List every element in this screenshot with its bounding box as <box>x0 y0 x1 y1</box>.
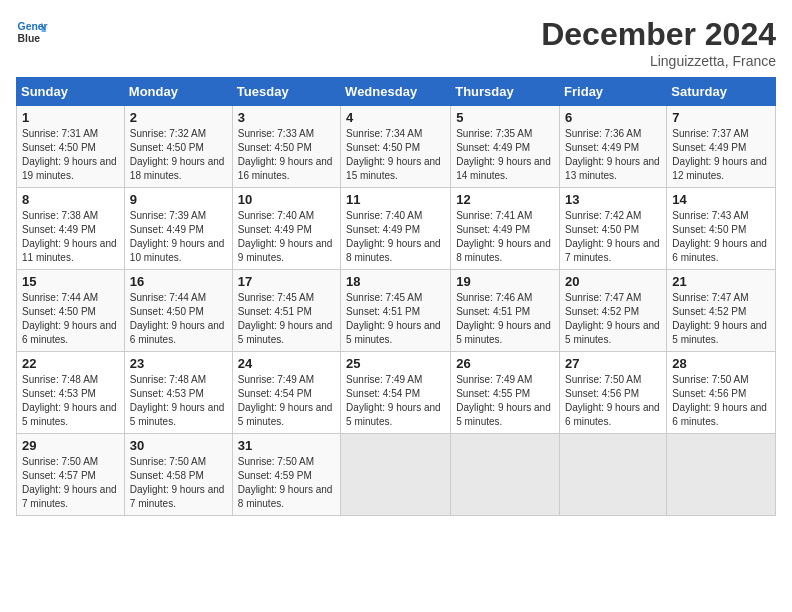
calendar-cell: 20 Sunrise: 7:47 AM Sunset: 4:52 PM Dayl… <box>560 270 667 352</box>
day-info: Sunrise: 7:32 AM Sunset: 4:50 PM Dayligh… <box>130 127 227 183</box>
calendar-cell: 18 Sunrise: 7:45 AM Sunset: 4:51 PM Dayl… <box>341 270 451 352</box>
day-info: Sunrise: 7:44 AM Sunset: 4:50 PM Dayligh… <box>130 291 227 347</box>
day-number: 8 <box>22 192 119 207</box>
calendar-week-3: 15 Sunrise: 7:44 AM Sunset: 4:50 PM Dayl… <box>17 270 776 352</box>
day-number: 22 <box>22 356 119 371</box>
day-number: 10 <box>238 192 335 207</box>
calendar-cell: 8 Sunrise: 7:38 AM Sunset: 4:49 PM Dayli… <box>17 188 125 270</box>
calendar-cell: 21 Sunrise: 7:47 AM Sunset: 4:52 PM Dayl… <box>667 270 776 352</box>
day-info: Sunrise: 7:31 AM Sunset: 4:50 PM Dayligh… <box>22 127 119 183</box>
calendar-cell: 4 Sunrise: 7:34 AM Sunset: 4:50 PM Dayli… <box>341 106 451 188</box>
col-friday: Friday <box>560 78 667 106</box>
month-title: December 2024 <box>541 16 776 53</box>
calendar-cell: 19 Sunrise: 7:46 AM Sunset: 4:51 PM Dayl… <box>451 270 560 352</box>
day-number: 17 <box>238 274 335 289</box>
calendar-week-2: 8 Sunrise: 7:38 AM Sunset: 4:49 PM Dayli… <box>17 188 776 270</box>
page-header: General Blue December 2024 Linguizzetta,… <box>16 16 776 69</box>
col-sunday: Sunday <box>17 78 125 106</box>
logo: General Blue <box>16 16 48 48</box>
day-info: Sunrise: 7:45 AM Sunset: 4:51 PM Dayligh… <box>238 291 335 347</box>
calendar-header-row: Sunday Monday Tuesday Wednesday Thursday… <box>17 78 776 106</box>
day-number: 14 <box>672 192 770 207</box>
calendar-body: 1 Sunrise: 7:31 AM Sunset: 4:50 PM Dayli… <box>17 106 776 516</box>
day-info: Sunrise: 7:40 AM Sunset: 4:49 PM Dayligh… <box>238 209 335 265</box>
calendar-week-5: 29 Sunrise: 7:50 AM Sunset: 4:57 PM Dayl… <box>17 434 776 516</box>
calendar-cell <box>451 434 560 516</box>
day-info: Sunrise: 7:50 AM Sunset: 4:57 PM Dayligh… <box>22 455 119 511</box>
day-info: Sunrise: 7:47 AM Sunset: 4:52 PM Dayligh… <box>672 291 770 347</box>
day-number: 15 <box>22 274 119 289</box>
calendar-cell: 7 Sunrise: 7:37 AM Sunset: 4:49 PM Dayli… <box>667 106 776 188</box>
day-info: Sunrise: 7:44 AM Sunset: 4:50 PM Dayligh… <box>22 291 119 347</box>
day-info: Sunrise: 7:35 AM Sunset: 4:49 PM Dayligh… <box>456 127 554 183</box>
day-info: Sunrise: 7:38 AM Sunset: 4:49 PM Dayligh… <box>22 209 119 265</box>
calendar-cell: 12 Sunrise: 7:41 AM Sunset: 4:49 PM Dayl… <box>451 188 560 270</box>
calendar-cell: 11 Sunrise: 7:40 AM Sunset: 4:49 PM Dayl… <box>341 188 451 270</box>
day-number: 24 <box>238 356 335 371</box>
day-info: Sunrise: 7:37 AM Sunset: 4:49 PM Dayligh… <box>672 127 770 183</box>
calendar-cell: 23 Sunrise: 7:48 AM Sunset: 4:53 PM Dayl… <box>124 352 232 434</box>
location: Linguizzetta, France <box>541 53 776 69</box>
day-number: 20 <box>565 274 661 289</box>
day-info: Sunrise: 7:34 AM Sunset: 4:50 PM Dayligh… <box>346 127 445 183</box>
day-number: 13 <box>565 192 661 207</box>
day-number: 3 <box>238 110 335 125</box>
day-number: 2 <box>130 110 227 125</box>
day-info: Sunrise: 7:49 AM Sunset: 4:54 PM Dayligh… <box>238 373 335 429</box>
day-number: 25 <box>346 356 445 371</box>
col-thursday: Thursday <box>451 78 560 106</box>
calendar-cell: 31 Sunrise: 7:50 AM Sunset: 4:59 PM Dayl… <box>232 434 340 516</box>
day-info: Sunrise: 7:41 AM Sunset: 4:49 PM Dayligh… <box>456 209 554 265</box>
day-info: Sunrise: 7:50 AM Sunset: 4:58 PM Dayligh… <box>130 455 227 511</box>
day-number: 23 <box>130 356 227 371</box>
day-number: 30 <box>130 438 227 453</box>
day-info: Sunrise: 7:40 AM Sunset: 4:49 PM Dayligh… <box>346 209 445 265</box>
day-info: Sunrise: 7:48 AM Sunset: 4:53 PM Dayligh… <box>22 373 119 429</box>
day-number: 26 <box>456 356 554 371</box>
col-saturday: Saturday <box>667 78 776 106</box>
day-info: Sunrise: 7:47 AM Sunset: 4:52 PM Dayligh… <box>565 291 661 347</box>
day-number: 5 <box>456 110 554 125</box>
calendar-cell: 26 Sunrise: 7:49 AM Sunset: 4:55 PM Dayl… <box>451 352 560 434</box>
calendar-week-1: 1 Sunrise: 7:31 AM Sunset: 4:50 PM Dayli… <box>17 106 776 188</box>
day-info: Sunrise: 7:49 AM Sunset: 4:55 PM Dayligh… <box>456 373 554 429</box>
day-info: Sunrise: 7:50 AM Sunset: 4:56 PM Dayligh… <box>565 373 661 429</box>
day-number: 9 <box>130 192 227 207</box>
day-info: Sunrise: 7:39 AM Sunset: 4:49 PM Dayligh… <box>130 209 227 265</box>
day-number: 1 <box>22 110 119 125</box>
title-block: December 2024 Linguizzetta, France <box>541 16 776 69</box>
calendar-cell: 9 Sunrise: 7:39 AM Sunset: 4:49 PM Dayli… <box>124 188 232 270</box>
calendar-cell: 16 Sunrise: 7:44 AM Sunset: 4:50 PM Dayl… <box>124 270 232 352</box>
day-number: 7 <box>672 110 770 125</box>
calendar-cell <box>667 434 776 516</box>
calendar-cell: 14 Sunrise: 7:43 AM Sunset: 4:50 PM Dayl… <box>667 188 776 270</box>
day-number: 19 <box>456 274 554 289</box>
day-number: 21 <box>672 274 770 289</box>
calendar-week-4: 22 Sunrise: 7:48 AM Sunset: 4:53 PM Dayl… <box>17 352 776 434</box>
calendar-table: Sunday Monday Tuesday Wednesday Thursday… <box>16 77 776 516</box>
calendar-cell: 17 Sunrise: 7:45 AM Sunset: 4:51 PM Dayl… <box>232 270 340 352</box>
logo-icon: General Blue <box>16 16 48 48</box>
calendar-cell: 22 Sunrise: 7:48 AM Sunset: 4:53 PM Dayl… <box>17 352 125 434</box>
calendar-cell: 2 Sunrise: 7:32 AM Sunset: 4:50 PM Dayli… <box>124 106 232 188</box>
day-info: Sunrise: 7:46 AM Sunset: 4:51 PM Dayligh… <box>456 291 554 347</box>
day-number: 16 <box>130 274 227 289</box>
day-info: Sunrise: 7:48 AM Sunset: 4:53 PM Dayligh… <box>130 373 227 429</box>
day-number: 6 <box>565 110 661 125</box>
calendar-cell: 15 Sunrise: 7:44 AM Sunset: 4:50 PM Dayl… <box>17 270 125 352</box>
day-info: Sunrise: 7:42 AM Sunset: 4:50 PM Dayligh… <box>565 209 661 265</box>
day-number: 27 <box>565 356 661 371</box>
col-monday: Monday <box>124 78 232 106</box>
day-info: Sunrise: 7:50 AM Sunset: 4:59 PM Dayligh… <box>238 455 335 511</box>
calendar-cell: 25 Sunrise: 7:49 AM Sunset: 4:54 PM Dayl… <box>341 352 451 434</box>
day-number: 12 <box>456 192 554 207</box>
calendar-cell: 5 Sunrise: 7:35 AM Sunset: 4:49 PM Dayli… <box>451 106 560 188</box>
calendar-cell <box>341 434 451 516</box>
day-info: Sunrise: 7:33 AM Sunset: 4:50 PM Dayligh… <box>238 127 335 183</box>
calendar-cell: 6 Sunrise: 7:36 AM Sunset: 4:49 PM Dayli… <box>560 106 667 188</box>
day-info: Sunrise: 7:49 AM Sunset: 4:54 PM Dayligh… <box>346 373 445 429</box>
col-wednesday: Wednesday <box>341 78 451 106</box>
calendar-cell: 29 Sunrise: 7:50 AM Sunset: 4:57 PM Dayl… <box>17 434 125 516</box>
day-number: 31 <box>238 438 335 453</box>
calendar-cell: 10 Sunrise: 7:40 AM Sunset: 4:49 PM Dayl… <box>232 188 340 270</box>
